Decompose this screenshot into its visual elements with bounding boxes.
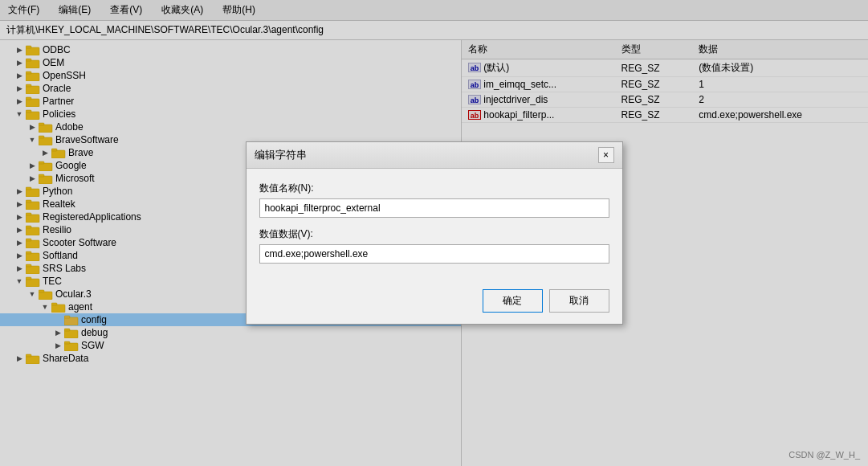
name-label: 数值名称(N):: [259, 182, 609, 195]
data-input[interactable]: [259, 244, 609, 264]
data-label: 数值数据(V):: [259, 227, 609, 241]
dialog-body: 数值名称(N): 数值数据(V):: [247, 169, 622, 283]
modal-overlay: 编辑字符串 × 数值名称(N): 数值数据(V): 确定 取消: [0, 0, 868, 466]
cancel-button[interactable]: 取消: [549, 289, 609, 313]
ok-button[interactable]: 确定: [483, 289, 543, 313]
dialog-title-bar: 编辑字符串 ×: [247, 142, 622, 169]
dialog-close-button[interactable]: ×: [598, 147, 614, 163]
edit-string-dialog: 编辑字符串 × 数值名称(N): 数值数据(V): 确定 取消: [246, 141, 623, 325]
dialog-buttons: 确定 取消: [247, 283, 622, 324]
dialog-title: 编辑字符串: [255, 148, 307, 162]
name-input[interactable]: [259, 198, 609, 218]
